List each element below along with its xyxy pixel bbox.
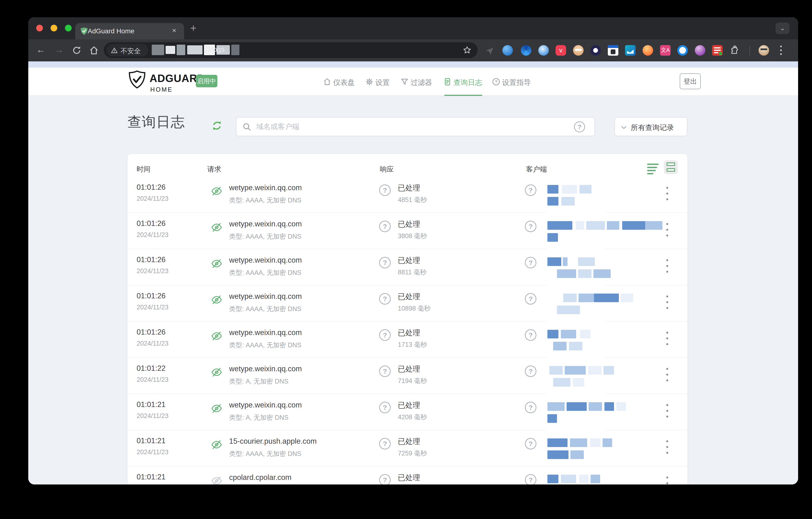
response-help-icon[interactable]: ? [379, 402, 391, 413]
row-status: 已处理 [398, 437, 420, 446]
forward-button[interactable]: → [53, 44, 65, 56]
profile-avatar[interactable] [759, 45, 769, 56]
response-help-icon[interactable]: ? [379, 293, 391, 305]
row-date: 2024/11/23 [137, 231, 169, 239]
bookmark-star-icon[interactable] [462, 45, 472, 55]
new-tab-button[interactable]: + [190, 22, 197, 34]
home-button[interactable] [89, 45, 99, 56]
privacy-eye-off-icon[interactable] [210, 438, 223, 451]
row-latency: 4851 毫秒 [398, 195, 427, 204]
row-date: 2024/11/23 [137, 412, 169, 420]
table-row: 01:01:26 2024/11/23 wetype.weixin.qq.com… [127, 213, 687, 249]
column-header-request: 请求 [207, 165, 221, 174]
extensions-puzzle-icon[interactable] [730, 45, 740, 56]
search-input[interactable] [256, 119, 567, 134]
extension-doc-lock-icon[interactable] [608, 45, 618, 56]
response-help-icon[interactable]: ? [379, 257, 391, 268]
response-help-icon[interactable]: ? [379, 438, 391, 449]
row-menu-kebab-icon[interactable] [666, 296, 668, 311]
row-menu-kebab-icon[interactable] [666, 332, 668, 347]
browser-tab[interactable]: AdGuard Home × [75, 23, 184, 39]
extension-swirl-icon[interactable] [521, 45, 531, 56]
row-query-type: 类型: A, 无加密 DNS [229, 413, 289, 422]
address-bar[interactable]: 不安全 /#logs [104, 42, 478, 58]
row-latency: 4208 毫秒 [398, 413, 427, 421]
extension-pocket-icon[interactable]: v [556, 45, 566, 56]
refresh-icon[interactable] [211, 120, 223, 131]
table-row: 01:01:26 2024/11/23 wetype.weixin.qq.com… [127, 249, 687, 285]
reload-button[interactable] [71, 45, 82, 56]
security-chip[interactable]: 不安全 [107, 44, 148, 56]
client-help-icon[interactable]: ? [525, 293, 536, 305]
response-help-icon[interactable]: ? [379, 221, 391, 232]
extension-avatar-face-icon[interactable] [573, 45, 584, 56]
response-help-icon[interactable]: ? [379, 185, 391, 196]
client-redacted-line1 [547, 294, 633, 302]
row-menu-kebab-icon[interactable] [666, 440, 668, 456]
row-status: 已处理 [398, 473, 420, 483]
client-help-icon[interactable]: ? [525, 438, 536, 449]
row-menu-kebab-icon[interactable] [666, 223, 668, 238]
row-menu-kebab-icon[interactable] [666, 259, 668, 275]
client-redacted-line2 [547, 197, 575, 206]
response-help-icon[interactable]: ? [379, 365, 391, 377]
extension-camera-icon[interactable] [538, 45, 549, 56]
toolbar-divider [749, 46, 750, 55]
search-icon [242, 122, 252, 132]
row-domain: wetype.weixin.qq.com [229, 364, 302, 373]
privacy-eye-off-icon[interactable] [210, 330, 223, 342]
client-redacted-line2 [547, 342, 582, 350]
list-view-toggle-icon[interactable] [647, 164, 659, 174]
extension-purple-icon[interactable] [695, 45, 705, 56]
client-help-icon[interactable]: ? [525, 402, 536, 413]
home-icon [323, 77, 332, 86]
client-help-icon[interactable]: ? [525, 365, 536, 377]
extension-readlist-icon[interactable] [712, 45, 723, 56]
response-help-icon[interactable]: ? [379, 329, 391, 341]
browser-menu-kebab-icon[interactable] [780, 45, 782, 56]
back-button[interactable]: ← [35, 44, 47, 56]
privacy-eye-off-icon[interactable] [210, 366, 223, 379]
tab-close-icon[interactable]: × [172, 26, 176, 34]
extension-translate-icon[interactable]: 文A [660, 45, 671, 56]
card-view-toggle-icon[interactable] [664, 160, 678, 174]
search-help-icon[interactable]: ? [574, 121, 585, 132]
privacy-eye-off-icon[interactable] [210, 402, 223, 415]
extension-pin-icon[interactable] [502, 45, 513, 56]
macos-zoom-button[interactable] [65, 25, 72, 31]
row-query-type: 类型: AAAA, 无加密 DNS [229, 268, 301, 277]
privacy-eye-off-icon[interactable] [210, 294, 223, 306]
privacy-eye-off-icon[interactable] [210, 185, 223, 197]
extension-orange-icon[interactable] [643, 45, 653, 56]
client-help-icon[interactable]: ? [525, 221, 536, 232]
macos-minimize-button[interactable] [51, 25, 57, 31]
client-help-icon[interactable]: ? [525, 329, 536, 341]
extension-night-icon[interactable] [590, 45, 601, 56]
page-body: 查询日志 ? 所有查询记录 时间 请求 响应 客户端 [28, 96, 798, 485]
row-latency: 7194 毫秒 [398, 377, 427, 385]
privacy-eye-off-icon[interactable] [210, 475, 223, 485]
client-redacted-line1 [547, 221, 662, 230]
filter-dropdown-button[interactable]: 所有查询记录 [614, 117, 687, 136]
client-help-icon[interactable]: ? [525, 257, 536, 268]
logout-button[interactable]: 登出 [680, 73, 701, 89]
send-icon[interactable] [485, 46, 494, 56]
row-menu-kebab-icon[interactable] [666, 404, 668, 419]
client-help-icon[interactable]: ? [525, 474, 536, 485]
row-domain: 15-courier.push.apple.com [229, 437, 317, 446]
row-status: 已处理 [398, 364, 420, 374]
client-redacted-line1 [547, 257, 595, 266]
row-menu-kebab-icon[interactable] [666, 187, 668, 202]
privacy-eye-off-icon[interactable] [210, 221, 223, 234]
row-menu-kebab-icon[interactable] [666, 476, 668, 485]
extension-ring-icon[interactable] [677, 45, 688, 56]
macos-close-button[interactable] [36, 25, 43, 31]
response-help-icon[interactable]: ? [379, 474, 391, 485]
client-help-icon[interactable]: ? [525, 185, 536, 196]
row-menu-kebab-icon[interactable] [666, 368, 668, 383]
client-redacted-line1 [547, 366, 614, 375]
tab-search-chevron-icon[interactable]: ⌄ [776, 23, 789, 34]
privacy-eye-off-icon[interactable] [210, 257, 223, 270]
row-time: 01:01:26 [137, 292, 166, 300]
extension-chart-icon[interactable] [625, 45, 636, 56]
